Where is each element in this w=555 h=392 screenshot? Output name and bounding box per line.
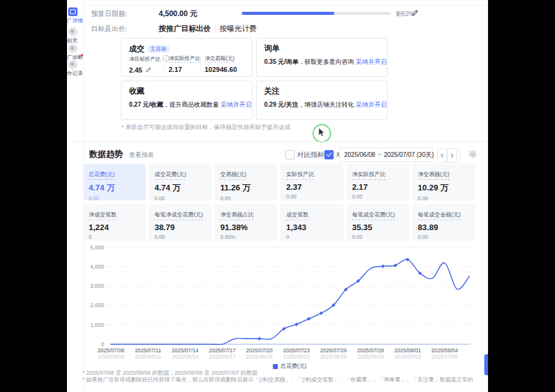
trend-metric-card-8[interactable]: 每笔净成交花费(元)38.790.00 [149,204,211,241]
trend-metric-card-2[interactable]: 成交花费(元)4.74 万0.00 [149,164,211,200]
trend-line-chart: 01,0002,0003,0004,0005,0002025/07/082025… [67,243,488,362]
svg-text:2025/06/17: 2025/06/17 [209,354,236,360]
trend-metric-card-7[interactable]: 净成交笔数1,2240 [83,204,146,241]
chevron-left-icon [440,153,444,158]
sidebar-item-campaign-detail[interactable]: 广详情 [67,7,84,24]
metric-label: 净目标投产比 [129,56,161,62]
mouse-cursor-icon [318,128,326,137]
view-report-link[interactable]: 查看报表 [129,151,154,159]
svg-text:2025/07/02: 2025/07/02 [394,354,421,360]
adopt-enable-link[interactable]: 采纳并开启 [356,101,387,108]
goal-card-title: 收藏 [129,86,144,97]
compare-metric-checkbox[interactable] [285,150,295,159]
floating-side-tab[interactable] [484,354,488,375]
edit-icon[interactable] [146,67,151,73]
edit-icon[interactable] [412,9,419,16]
legend-marker [273,364,278,369]
metric-compare-value: 0.00 [154,234,206,240]
trend-metric-grid: 总花费(元)4.74 万0.00成交花费(元)4.74 万0.00交易额(元)1… [83,164,475,241]
prev-period-button[interactable] [437,148,447,163]
budget-progress-fill [242,12,334,15]
trend-metric-card-1[interactable]: 总花费(元)4.74 万0.00 [83,164,146,200]
svg-text:2025/07/11: 2025/07/11 [135,347,162,354]
bid-tab-divider: | [215,24,216,32]
diagnose-icon [68,44,78,53]
svg-text:2025/07/08: 2025/07/08 [97,347,124,354]
metric-label: 总花费(元) [89,171,115,180]
svg-text:2025/08/01: 2025/08/01 [394,347,421,354]
trend-metric-card-11[interactable]: 每笔成交花费(元)35.350.00 [347,204,409,241]
trend-metric-card-6[interactable]: 净交易额(元)10.29 万0.00 [412,164,475,200]
goal-card-inquiry: 询单 0.35 元/询单，获取更多意向咨询 采纳并开启 [256,38,388,77]
goal-card-title: 关注 [264,86,280,97]
metric-compare-value: 0.00 [286,194,337,200]
metric-label: 净交易额占比 [220,211,254,220]
goal-card-favorite: 收藏 0.27 元/收藏，提升商品收藏数量 采纳并开启 [121,81,252,120]
goal-desc: ，增强店铺关注转化 [298,101,354,108]
metric-label: 交易额(元) [220,171,246,180]
metric-label: 成交笔数 [286,211,308,220]
history-icon [68,60,78,69]
metric-compare-value: 0 [286,234,337,240]
svg-text:0: 0 [101,341,104,347]
metric-value: 2.17 [352,182,404,192]
control-divider [460,151,460,159]
bid-tab-goal[interactable]: 按推广目标出价 [159,24,211,34]
legend-label: 总花费(元) [281,362,307,370]
svg-text:2025/08/04: 2025/08/04 [432,347,458,354]
metric-compare-value: 0.00 [89,195,140,202]
sidebar-item-diagnose[interactable]: 广诊断 [67,44,84,60]
date-range-picker[interactable]: 2025/06/08 ~ 2025/07/07 (30天) [339,148,433,162]
column-divider [200,56,201,71]
sidebar-item-history[interactable]: 作记录 [67,60,84,76]
svg-text:2025/07/14: 2025/07/14 [172,347,198,354]
gear-icon[interactable] [469,150,477,158]
metric-label: 净成交笔数 [89,211,117,220]
adopt-enable-link[interactable]: 采纳并开启 [221,101,252,108]
compare-metric-label: 对比指标 [297,150,324,159]
top-divider [84,5,488,6]
trend-metric-card-3[interactable]: 交易额(元)11.26 万0.00 [215,164,277,200]
metric-label: 净交易额(元) [418,171,450,180]
metric-value: 83.89 [418,223,469,232]
metric-label: 每笔成交金额(元) [418,211,461,220]
svg-text:2025/07/26: 2025/07/26 [320,347,347,354]
goal-card-follow: 关注 0.29 元/关注，增强店铺关注转化 采纳并开启 [256,81,388,120]
svg-text:2025/06/20: 2025/06/20 [246,354,273,360]
metric-value: 4.74 万 [154,182,206,194]
goal-card-title: 成交 [129,45,144,53]
trend-metric-card-10[interactable]: 成交笔数1,3430 [280,204,343,241]
compare-time-checkbox[interactable] [324,150,334,159]
date-range-start: 2025/06/08 [344,151,375,158]
trend-metric-card-12[interactable]: 每笔成交金额(元)83.890.00 [412,204,475,241]
next-period-button[interactable] [447,148,457,163]
svg-text:2025/07/05: 2025/07/05 [432,354,458,360]
metric-value: 1,343 [286,223,337,232]
svg-text:5,000: 5,000 [90,244,104,251]
trend-metric-card-9[interactable]: 净交易额占比91.38%0.00% [215,204,277,241]
svg-text:2025/06/26: 2025/06/26 [320,354,347,360]
footnote-2: * 如果推广在暂停或删除前已经获得了曝光，那么在暂停或删除后展示「(净)交易额」… [82,376,473,384]
metric-value: 38.79 [154,223,206,232]
trend-title: 数据趋势 [89,149,123,160]
metric-value: 11.26 万 [220,182,272,194]
metric-label: 净实际投产比 [169,55,200,63]
budget-value: 4,500.00 元 [159,9,197,19]
metric-label: 成交花费(元) [154,171,186,180]
svg-text:3,000: 3,000 [90,283,104,289]
svg-text:2025/06/29: 2025/06/29 [357,354,384,360]
trend-metric-card-4[interactable]: 实际投产比2.370.00 [280,164,343,200]
bidding-label: 目标及出价: [91,24,127,33]
svg-text:2025/06/23: 2025/06/23 [283,354,309,360]
trend-metric-card-5[interactable]: 净实际投产比2.170.00 [347,164,409,200]
metric-value: 2.45 [129,66,142,74]
metric-value: 4.74 万 [89,182,140,194]
sidebar-item-idea[interactable]: 创意 [67,27,84,43]
svg-text:2025/07/29: 2025/07/29 [357,347,384,354]
metric-value: 102946.60 [205,66,237,73]
metric-compare-value: 0.00 [418,234,469,240]
adopt-enable-link[interactable]: 采纳并开启 [356,58,387,65]
svg-text:2,000: 2,000 [90,302,104,308]
metric-compare-value: 0.00 [154,195,206,202]
bid-tab-impression[interactable]: 按曝光计费 [220,24,257,34]
